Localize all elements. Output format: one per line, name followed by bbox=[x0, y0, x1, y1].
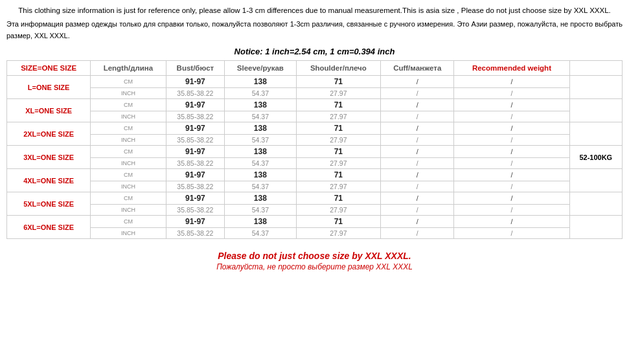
footer-ru: Пожалуйста, не просто выберите размер XX… bbox=[6, 262, 623, 271]
cm-value-cell: / bbox=[381, 216, 454, 228]
inch-value-cell: 27.97 bbox=[296, 158, 381, 169]
inch-value-cell: / bbox=[454, 181, 569, 192]
unit-label-cm: CM bbox=[91, 216, 166, 228]
unit-label-cm: CM bbox=[91, 76, 166, 88]
size-cell: 2XL=ONE SIZE bbox=[7, 122, 91, 146]
cm-value-cell: 71 bbox=[296, 169, 381, 181]
inch-value-cell: / bbox=[381, 88, 454, 99]
header-bust: Bust/бюст bbox=[166, 61, 225, 76]
inch-value-cell: 27.97 bbox=[296, 228, 381, 239]
cm-value-cell: 138 bbox=[225, 76, 296, 88]
inch-value-cell: 54.37 bbox=[225, 158, 296, 169]
footer-en: Please do not just choose size by XXL XX… bbox=[6, 251, 623, 261]
inch-value-cell: / bbox=[381, 135, 454, 146]
inch-value-cell: 54.37 bbox=[225, 181, 296, 192]
unit-label-inch: INCH bbox=[91, 228, 166, 239]
inch-value-cell: 35.85-38.22 bbox=[166, 181, 225, 192]
cm-value-cell: / bbox=[454, 192, 569, 205]
table-row-inch: INCH35.85-38.2254.3727.97// bbox=[7, 181, 623, 192]
cm-value-cell: 138 bbox=[225, 192, 296, 205]
header-shoulder: Shoulder/плечо bbox=[296, 61, 381, 76]
inch-value-cell: 54.37 bbox=[225, 228, 296, 239]
unit-label-inch: INCH bbox=[91, 158, 166, 169]
cm-value-cell: 91-97 bbox=[166, 122, 225, 135]
table-row-inch: INCH35.85-38.2254.3727.97// bbox=[7, 88, 623, 99]
inch-value-cell: / bbox=[454, 111, 569, 122]
unit-label-cm: CM bbox=[91, 122, 166, 135]
unit-notice-text: Notice: 1 inch=2.54 cm, 1 cm=0.394 inch bbox=[6, 47, 623, 56]
notice-ru-text: Эта информация размер одежды только для … bbox=[6, 19, 623, 41]
cm-value-cell: / bbox=[454, 99, 569, 111]
cm-value-cell: / bbox=[381, 76, 454, 88]
inch-value-cell: 35.85-38.22 bbox=[166, 228, 225, 239]
table-row-inch: INCH35.85-38.2254.3727.97// bbox=[7, 205, 623, 216]
inch-value-cell: 27.97 bbox=[296, 88, 381, 99]
cm-value-cell: 71 bbox=[296, 122, 381, 135]
size-table: SIZE=ONE SIZE Length/длина Bust/бюст Sle… bbox=[6, 60, 623, 239]
inch-value-cell: / bbox=[454, 88, 569, 99]
recommended-cell bbox=[569, 76, 622, 99]
cm-value-cell: / bbox=[454, 76, 569, 88]
cm-value-cell: / bbox=[381, 169, 454, 181]
inch-value-cell: / bbox=[381, 228, 454, 239]
table-row-inch: INCH35.85-38.2254.3727.97// bbox=[7, 158, 623, 169]
header-sleeve: Sleeve/рукав bbox=[225, 61, 296, 76]
cm-value-cell: 91-97 bbox=[166, 146, 225, 158]
table-row: 4XL=ONE SIZECM91-9713871// bbox=[7, 169, 623, 181]
notice-en-text: This clothing size information is just f… bbox=[6, 5, 623, 16]
inch-value-cell: / bbox=[381, 181, 454, 192]
inch-value-cell: 27.97 bbox=[296, 111, 381, 122]
table-row: 3XL=ONE SIZECM91-9713871//52-100KG bbox=[7, 146, 623, 158]
inch-value-cell: 54.37 bbox=[225, 205, 296, 216]
inch-value-cell: 35.85-38.22 bbox=[166, 135, 225, 146]
cm-value-cell: 91-97 bbox=[166, 76, 225, 88]
cm-value-cell: 138 bbox=[225, 122, 296, 135]
recommended-cell bbox=[569, 192, 622, 216]
header-cuff: Cuff/манжета bbox=[381, 61, 454, 76]
cm-value-cell: / bbox=[381, 122, 454, 135]
cm-value-cell: / bbox=[454, 122, 569, 135]
inch-value-cell: 54.37 bbox=[225, 135, 296, 146]
inch-value-cell: / bbox=[381, 111, 454, 122]
recommended-cell bbox=[569, 216, 622, 239]
inch-value-cell: 54.37 bbox=[225, 88, 296, 99]
header-length: Length/длина bbox=[91, 61, 166, 76]
recommended-cell bbox=[569, 99, 622, 122]
cm-value-cell: 91-97 bbox=[166, 169, 225, 181]
unit-label-inch: INCH bbox=[91, 135, 166, 146]
recommended-cell: 52-100KG bbox=[569, 146, 622, 169]
cm-value-cell: / bbox=[381, 99, 454, 111]
table-row-inch: INCH35.85-38.2254.3727.97// bbox=[7, 228, 623, 239]
inch-value-cell: 35.85-38.22 bbox=[166, 88, 225, 99]
size-cell: L=ONE SIZE bbox=[7, 76, 91, 99]
unit-label-cm: CM bbox=[91, 146, 166, 158]
main-container: This clothing size information is just f… bbox=[0, 0, 629, 244]
inch-value-cell: / bbox=[454, 205, 569, 216]
cm-value-cell: 71 bbox=[296, 146, 381, 158]
cm-value-cell: 71 bbox=[296, 76, 381, 88]
size-cell: 5XL=ONE SIZE bbox=[7, 192, 91, 216]
table-row: 5XL=ONE SIZECM91-9713871// bbox=[7, 192, 623, 205]
table-row: L=ONE SIZECM91-9713871// bbox=[7, 76, 623, 88]
inch-value-cell: / bbox=[381, 205, 454, 216]
cm-value-cell: 71 bbox=[296, 192, 381, 205]
table-row: 2XL=ONE SIZECM91-9713871// bbox=[7, 122, 623, 135]
cm-value-cell: / bbox=[454, 216, 569, 228]
unit-label-inch: INCH bbox=[91, 181, 166, 192]
table-row: 6XL=ONE SIZECM91-9713871// bbox=[7, 216, 623, 228]
unit-label-cm: CM bbox=[91, 99, 166, 111]
footer-section: Please do not just choose size by XXL XX… bbox=[0, 244, 629, 275]
cm-value-cell: / bbox=[381, 146, 454, 158]
table-row-inch: INCH35.85-38.2254.3727.97// bbox=[7, 111, 623, 122]
inch-value-cell: 27.97 bbox=[296, 135, 381, 146]
cm-value-cell: 91-97 bbox=[166, 216, 225, 228]
cm-value-cell: / bbox=[454, 146, 569, 158]
cm-value-cell: 138 bbox=[225, 169, 296, 181]
cm-value-cell: 138 bbox=[225, 99, 296, 111]
cm-value-cell: 91-97 bbox=[166, 99, 225, 111]
header-size: SIZE=ONE SIZE bbox=[7, 61, 91, 76]
inch-value-cell: / bbox=[381, 158, 454, 169]
inch-value-cell: 27.97 bbox=[296, 205, 381, 216]
inch-value-cell: 35.85-38.22 bbox=[166, 111, 225, 122]
cm-value-cell: 138 bbox=[225, 146, 296, 158]
